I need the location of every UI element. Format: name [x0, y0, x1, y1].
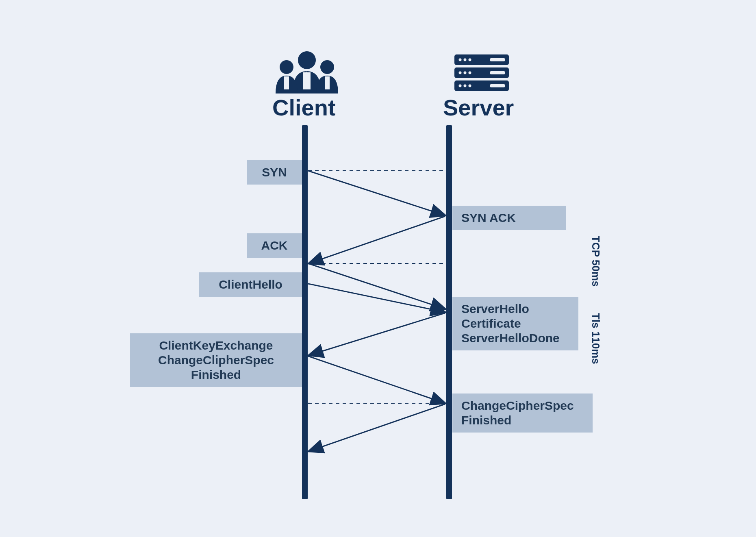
- svg-rect-13: [490, 58, 505, 61]
- arrows-layer: [20, 20, 736, 516]
- msg-syn: SYN: [247, 160, 302, 185]
- svg-point-19: [464, 85, 467, 87]
- msg-ack: ACK: [247, 233, 302, 258]
- svg-point-12: [469, 59, 471, 61]
- svg-point-0: [298, 51, 316, 69]
- client-title: Client: [272, 94, 336, 121]
- client-lifeline: [302, 125, 308, 499]
- server-icon: [451, 53, 512, 95]
- server-lifeline: [446, 125, 452, 499]
- msg-client-key-block: ClientKeyExchange ChangeClipherSpec Fini…: [130, 333, 302, 387]
- svg-line-28: [309, 313, 445, 355]
- svg-point-3: [280, 60, 293, 74]
- svg-rect-21: [490, 84, 505, 87]
- svg-point-14: [459, 72, 462, 74]
- svg-line-31: [309, 404, 445, 451]
- svg-point-5: [320, 60, 334, 74]
- svg-point-18: [459, 85, 462, 87]
- msg-clienthello: ClientHello: [199, 272, 302, 297]
- annotation-tls: Tls 110ms: [589, 313, 602, 364]
- svg-line-27: [308, 284, 445, 312]
- svg-rect-6: [325, 76, 330, 89]
- msg-server-ccs-block: ChangeCipherSpec Finished: [452, 394, 593, 433]
- svg-line-26: [308, 263, 445, 309]
- svg-line-23: [308, 171, 445, 215]
- svg-point-10: [459, 59, 462, 61]
- msg-synack: SYN ACK: [452, 206, 566, 230]
- svg-point-15: [464, 72, 467, 74]
- svg-line-24: [309, 216, 445, 263]
- svg-point-16: [469, 72, 471, 74]
- svg-line-29: [308, 356, 445, 403]
- svg-rect-4: [284, 76, 289, 89]
- msg-serverhello-block: ServerHello Certificate ServerHelloDone: [452, 297, 578, 350]
- annotation-tcp: TCP 50ms: [589, 236, 602, 287]
- svg-point-20: [469, 85, 471, 87]
- client-icon: [268, 49, 345, 95]
- svg-rect-17: [490, 71, 505, 74]
- svg-point-11: [464, 59, 467, 61]
- server-title: Server: [443, 94, 514, 121]
- diagram-canvas: Client Server: [20, 20, 736, 516]
